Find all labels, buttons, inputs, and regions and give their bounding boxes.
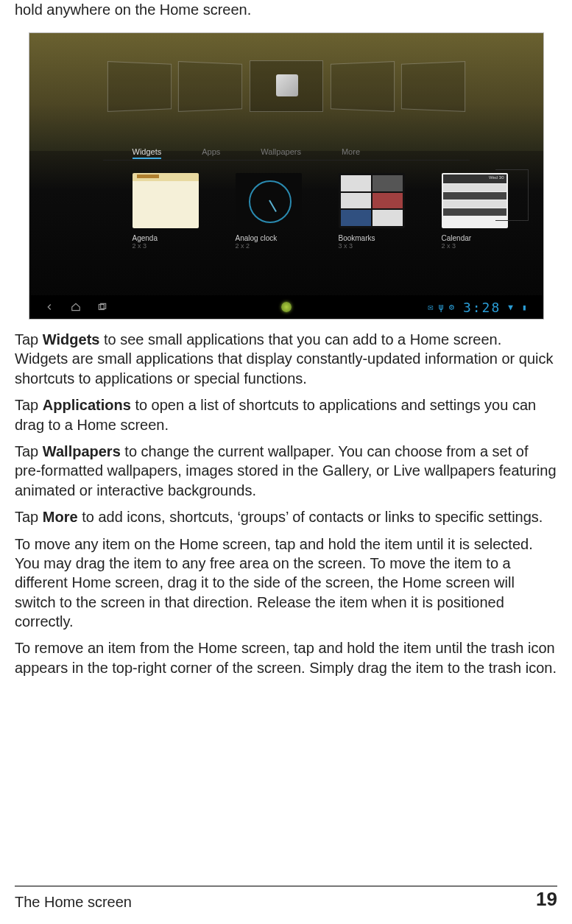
footer-section-title: The Home screen xyxy=(15,894,132,911)
home-icon[interactable] xyxy=(71,302,81,312)
panel-5 xyxy=(400,61,465,112)
intro-text: hold anywhere on the Home screen. xyxy=(15,0,557,27)
paragraph-remove: To remove an item from the Home screen, … xyxy=(15,638,557,677)
battery-icon: ▮ xyxy=(522,303,529,312)
widget-analog-clock[interactable]: Analog clock 2 x 2 xyxy=(236,173,309,250)
widget-dimensions: 3 x 3 xyxy=(339,242,412,250)
paragraph-widgets: Tap Widgets to see small applications th… xyxy=(15,330,557,388)
widget-label: Calendar xyxy=(442,234,515,242)
widget-dimensions: 2 x 2 xyxy=(236,242,309,250)
panel-center xyxy=(250,60,323,112)
panel-center-widget-icon xyxy=(276,74,298,96)
screenshot-figure: Widgets Apps Wallpapers More Agenda 2 x … xyxy=(29,32,544,320)
tab-widgets[interactable]: Widgets xyxy=(133,147,162,159)
status-icons: ✉ ψ ⚙ xyxy=(428,302,456,312)
paragraph-wallpapers: Tap Wallpapers to change the current wal… xyxy=(15,442,557,500)
tab-wallpapers[interactable]: Wallpapers xyxy=(261,147,301,159)
status-area: ✉ ψ ⚙ 3:28 ▼ ▮ xyxy=(428,300,528,315)
widget-label: Bookmarks xyxy=(339,234,412,242)
usb-icon: ψ xyxy=(438,302,445,312)
widgets-row: Agenda 2 x 3 Analog clock 2 x 2 Bookmark… xyxy=(133,173,515,250)
widget-dimensions: 2 x 3 xyxy=(133,242,206,250)
tab-divider xyxy=(103,160,470,161)
clock-preview-icon xyxy=(236,173,302,228)
bookmarks-preview-icon xyxy=(339,173,405,228)
tab-apps[interactable]: Apps xyxy=(202,147,220,159)
widget-dimensions: 2 x 3 xyxy=(442,242,515,250)
wifi-icon: ▼ xyxy=(508,303,515,312)
widget-agenda[interactable]: Agenda 2 x 3 xyxy=(133,173,206,250)
page-number: 19 xyxy=(536,888,557,911)
homescreen-panels xyxy=(108,63,465,112)
orb-icon xyxy=(281,302,292,312)
nav-buttons xyxy=(44,302,107,312)
widget-label: Analog clock xyxy=(236,234,309,242)
widget-bookmarks[interactable]: Bookmarks 3 x 3 xyxy=(339,173,412,250)
paragraph-move: To move any item on the Home screen, tap… xyxy=(15,535,557,632)
category-tabs: Widgets Apps Wallpapers More xyxy=(133,147,361,159)
panel-1 xyxy=(107,61,171,112)
recent-apps-icon[interactable] xyxy=(97,302,107,312)
clock-time: 3:28 xyxy=(463,300,501,315)
voice-orb[interactable] xyxy=(281,302,292,312)
back-icon[interactable] xyxy=(44,302,54,312)
body-text: Tap Widgets to see small applications th… xyxy=(15,330,557,677)
right-frame-decoration xyxy=(495,169,529,221)
widget-label: Agenda xyxy=(133,234,206,242)
panel-2 xyxy=(177,61,241,112)
tab-more[interactable]: More xyxy=(342,147,360,159)
settings-icon: ⚙ xyxy=(449,302,456,312)
panel-4 xyxy=(330,61,394,112)
page-footer: The Home screen 19 xyxy=(15,886,557,911)
paragraph-more: Tap More to add icons, shortcuts, ‘group… xyxy=(15,507,557,526)
agenda-preview-icon xyxy=(133,173,199,228)
notification-icon: ✉ xyxy=(428,302,434,312)
paragraph-applications: Tap Applications to open a list of short… xyxy=(15,395,557,434)
system-bar: ✉ ψ ⚙ 3:28 ▼ ▮ xyxy=(29,295,543,319)
